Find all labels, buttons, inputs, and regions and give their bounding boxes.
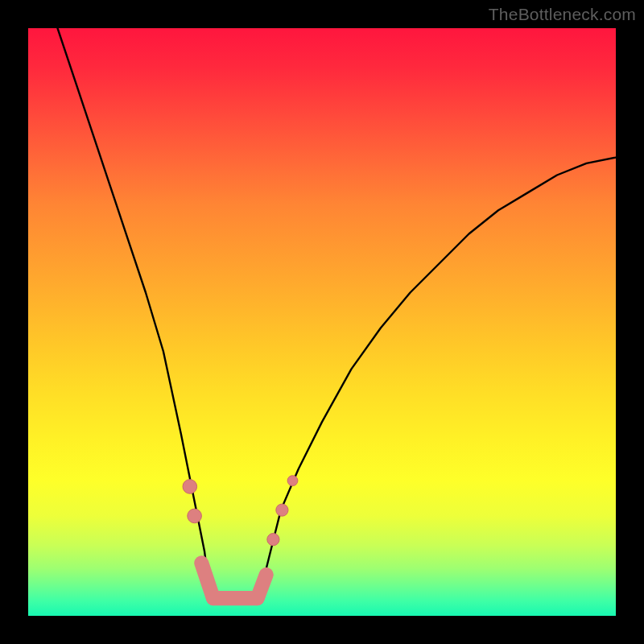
curve-layer [28,28,616,616]
curve-markers [183,476,298,598]
curve-marker [183,480,197,494]
watermark-text: TheBottleneck.com [489,5,636,24]
chart-frame: TheBottleneck.com [0,0,644,644]
curve-marker [188,509,202,523]
plot-area [28,28,616,616]
curve-marker-segment [258,575,266,598]
curve-marker [287,476,298,486]
curve-marker [267,534,279,546]
curve-marker [276,504,288,516]
bottleneck-curve [58,28,617,604]
